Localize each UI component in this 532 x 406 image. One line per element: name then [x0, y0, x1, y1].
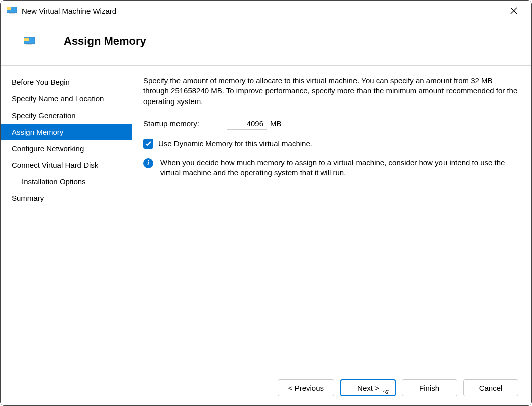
content-area: Before You Begin Specify Name and Locati…	[1, 66, 531, 352]
page-title: Assign Memory	[64, 35, 146, 48]
app-icon	[7, 7, 17, 15]
step-connect-virtual-hard-disk[interactable]: Connect Virtual Hard Disk	[1, 157, 132, 173]
startup-memory-row: Startup memory: MB	[143, 118, 518, 130]
svg-rect-2	[9, 13, 15, 14]
info-icon: i	[143, 158, 153, 168]
svg-rect-6	[24, 38, 29, 41]
checkmark-icon	[145, 141, 151, 146]
info-text: When you decide how much memory to assig…	[160, 158, 518, 178]
startup-memory-input[interactable]	[227, 118, 267, 130]
step-before-you-begin[interactable]: Before You Begin	[1, 74, 132, 90]
finish-button[interactable]: Finish	[402, 379, 457, 396]
dynamic-memory-row: Use Dynamic Memory for this virtual mach…	[143, 139, 518, 149]
next-button[interactable]: Next >	[340, 379, 396, 396]
step-installation-options[interactable]: Installation Options	[1, 173, 132, 190]
wizard-footer: < Previous Next > Finish Cancel	[1, 370, 531, 405]
startup-memory-label: Startup memory:	[143, 119, 209, 128]
description-text: Specify the amount of memory to allocate…	[143, 76, 518, 107]
memory-unit-label: MB	[270, 119, 282, 128]
titlebar: New Virtual Machine Wizard	[1, 1, 531, 21]
svg-rect-7	[26, 44, 32, 45]
close-icon	[510, 7, 517, 14]
dynamic-memory-checkbox[interactable]	[143, 139, 153, 149]
close-button[interactable]	[502, 3, 525, 19]
step-specify-name-location[interactable]: Specify Name and Location	[1, 90, 132, 107]
step-specify-generation[interactable]: Specify Generation	[1, 107, 132, 124]
wizard-steps-sidebar: Before You Begin Specify Name and Locati…	[1, 66, 132, 352]
previous-button[interactable]: < Previous	[278, 379, 334, 396]
svg-rect-1	[7, 7, 11, 10]
main-panel: Specify the amount of memory to allocate…	[132, 66, 531, 352]
step-assign-memory[interactable]: Assign Memory	[1, 124, 132, 140]
cancel-button[interactable]: Cancel	[463, 379, 518, 396]
wizard-header: Assign Memory	[1, 21, 531, 65]
wizard-icon	[24, 37, 35, 45]
window-title: New Virtual Machine Wizard	[22, 7, 502, 15]
info-row: i When you decide how much memory to ass…	[143, 158, 518, 178]
step-summary[interactable]: Summary	[1, 190, 132, 207]
dynamic-memory-label: Use Dynamic Memory for this virtual mach…	[158, 139, 312, 148]
step-configure-networking[interactable]: Configure Networking	[1, 140, 132, 157]
